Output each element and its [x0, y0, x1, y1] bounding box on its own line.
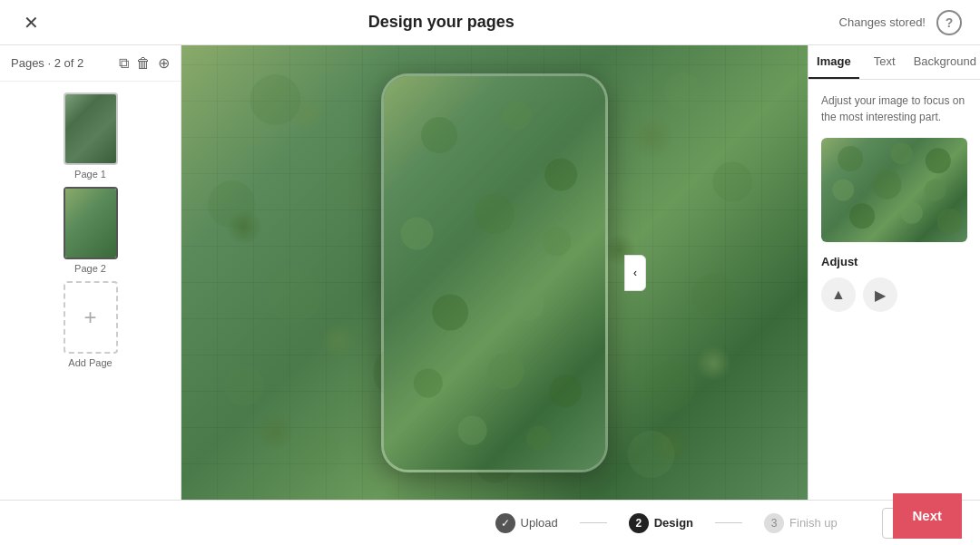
- svg-point-39: [849, 203, 875, 229]
- add-page-button[interactable]: +: [64, 281, 118, 354]
- pages-header: Pages · 2 of 2 ⧉ 🗑 ⊕: [0, 45, 181, 82]
- svg-point-37: [872, 170, 901, 200]
- pages-actions: ⧉ 🗑 ⊕: [119, 54, 170, 72]
- svg-point-13: [224, 366, 264, 406]
- svg-point-9: [267, 268, 321, 323]
- trash-icon: 🗑: [136, 55, 151, 72]
- svg-point-28: [414, 368, 443, 397]
- right-panel: Image Text Background Adjust your image …: [808, 45, 980, 500]
- phone-frame: [381, 73, 608, 472]
- bottom-bar: ✓ Upload 2 Design 3 Finish up Preview Ne…: [0, 500, 980, 545]
- collapse-sidebar-button[interactable]: ‹: [624, 255, 646, 291]
- step-design-label: Design: [654, 516, 693, 530]
- page-thumb-2: [64, 187, 118, 259]
- add-icon: ⊕: [158, 54, 170, 72]
- right-panel-content: Adjust your image to focus on the most i…: [808, 80, 980, 500]
- bottom-steps: ✓ Upload 2 Design 3 Finish up: [450, 513, 882, 533]
- svg-point-8: [712, 161, 752, 201]
- page-title: Design your pages: [368, 13, 514, 32]
- step-upload-num: ✓: [495, 513, 515, 533]
- svg-point-41: [937, 209, 963, 234]
- pages-label-text: Pages: [11, 56, 44, 70]
- svg-point-4: [208, 180, 255, 228]
- svg-point-3: [664, 73, 701, 109]
- page-thumb-1: [64, 92, 118, 165]
- add-page-header-button[interactable]: ⊕: [158, 54, 170, 72]
- chevron-left-icon: ‹: [633, 267, 637, 279]
- page-label-1: Page 1: [74, 169, 106, 180]
- pages-panel: Pages · 2 of 2 ⧉ 🗑 ⊕: [0, 45, 181, 500]
- top-bar: ✕ Design your pages Changes stored! ?: [0, 0, 980, 45]
- svg-point-22: [544, 158, 577, 190]
- svg-point-21: [502, 101, 531, 130]
- svg-point-35: [926, 148, 951, 173]
- step-upload-label: Upload: [521, 516, 558, 530]
- right-panel-description: Adjust your image to focus on the most i…: [821, 92, 967, 125]
- svg-point-17: [298, 433, 341, 476]
- close-button[interactable]: ✕: [18, 10, 44, 35]
- step-design: 2 Design: [629, 513, 693, 533]
- changes-stored-label: Changes stored!: [839, 15, 926, 29]
- step-finish-label: Finish up: [789, 516, 838, 530]
- triangle-up-icon: ▲: [831, 287, 846, 303]
- top-bar-right: Changes stored! ?: [839, 10, 962, 35]
- svg-point-36: [832, 180, 854, 201]
- close-icon: ✕: [24, 12, 39, 34]
- help-button[interactable]: ?: [936, 10, 962, 35]
- tab-background[interactable]: Background: [910, 45, 980, 79]
- svg-point-20: [421, 117, 457, 153]
- pages-total: 2: [77, 56, 83, 70]
- svg-point-26: [432, 294, 468, 330]
- svg-point-33: [838, 146, 863, 171]
- svg-point-19: [628, 431, 675, 478]
- svg-point-38: [925, 180, 946, 201]
- svg-point-5: [329, 154, 384, 209]
- svg-point-24: [475, 193, 514, 233]
- svg-point-12: [692, 274, 736, 317]
- pages-separator: ·: [48, 56, 52, 70]
- add-page-label: Add Page: [68, 357, 112, 368]
- pages-current: 2: [54, 56, 61, 70]
- svg-point-25: [542, 227, 571, 256]
- top-bar-left: ✕: [18, 10, 44, 35]
- tab-image[interactable]: Image: [808, 45, 859, 79]
- svg-point-0: [250, 74, 301, 125]
- svg-point-16: [644, 361, 695, 412]
- step-divider-2: [715, 522, 742, 523]
- step-design-num: 2: [629, 513, 649, 533]
- tab-text[interactable]: Text: [859, 45, 910, 79]
- adjust-right-button[interactable]: ▶: [863, 277, 897, 312]
- step-finish: 3 Finish up: [764, 513, 838, 533]
- add-page-item[interactable]: + Add Page: [11, 281, 170, 368]
- step-upload: ✓ Upload: [495, 513, 558, 533]
- main-area: Pages · 2 of 2 ⧉ 🗑 ⊕: [0, 45, 980, 500]
- svg-point-23: [401, 217, 434, 249]
- adjust-section: Adjust ▲ ▶: [821, 255, 967, 312]
- adjust-up-button[interactable]: ▲: [821, 277, 856, 312]
- page-thumb-image-2: [65, 189, 116, 258]
- right-tabs: Image Text Background: [808, 45, 980, 80]
- svg-point-34: [891, 142, 913, 164]
- page-item-1[interactable]: Page 1: [11, 92, 170, 180]
- duplicate-page-button[interactable]: ⧉: [119, 55, 129, 72]
- page-label-2: Page 2: [74, 263, 106, 274]
- next-button[interactable]: Next: [893, 493, 963, 539]
- page-item-2[interactable]: Page 2: [11, 187, 170, 274]
- step-divider-1: [580, 522, 607, 523]
- bottom-right: Preview Next: [882, 508, 962, 539]
- page-thumb-image-1: [65, 94, 116, 163]
- duplicate-icon: ⧉: [119, 55, 129, 72]
- play-icon: ▶: [875, 287, 886, 304]
- svg-point-29: [487, 353, 524, 389]
- pages-list: Page 1 Page 2 + Add Page: [0, 82, 181, 500]
- image-preview-thumbnail: [821, 138, 967, 242]
- adjust-controls: ▲ ▶: [821, 277, 967, 312]
- canvas-area: ‹: [181, 45, 808, 500]
- svg-point-27: [512, 287, 544, 320]
- svg-point-30: [549, 375, 582, 407]
- plus-icon: +: [83, 305, 96, 330]
- phone-texture-svg: [384, 76, 605, 470]
- preview-texture: [821, 138, 967, 242]
- pages-count-label: Pages · 2 of 2: [11, 56, 83, 70]
- delete-page-button[interactable]: 🗑: [136, 55, 151, 72]
